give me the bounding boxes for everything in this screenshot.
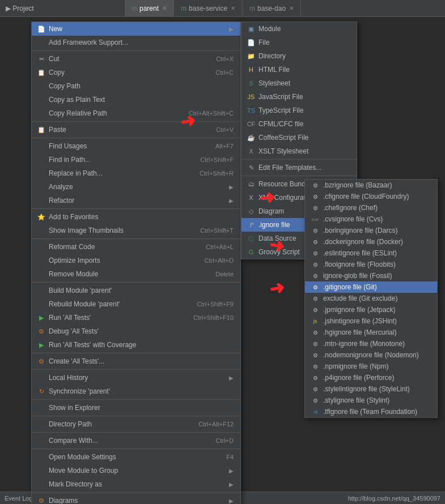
menu-item-copy-relative[interactable]: Copy Relative Path Ctrl+Alt+Shift+C — [32, 106, 240, 120]
ignore-darcs[interactable]: ⚙ .boringignore file (Darcs) — [305, 225, 437, 236]
ignore-cf[interactable]: ⚙ .cfignore file (CloudFoundry) — [305, 191, 437, 202]
compare-with-icon — [36, 435, 46, 446]
add-framework-icon — [36, 37, 46, 48]
menu-item-add-favorites-label: Add to Favorites — [49, 213, 234, 221]
html-icon: H — [246, 65, 256, 75]
ignore-nodemon-label: .nodemonignore file (Nodemon) — [323, 351, 419, 359]
menu-item-refactor[interactable]: Refactor ▶ — [32, 194, 240, 207]
menu-item-build-module-label: Build Module 'parent' — [49, 287, 234, 294]
ignore-stylint[interactable]: ⚙ .stylignore file (Stylint) — [305, 395, 437, 406]
menu-item-run-tests[interactable]: ▶ Run 'All Tests' Ctrl+Shift+F10 — [32, 311, 240, 324]
tab-base-service[interactable]: m base-service ✕ — [174, 0, 243, 16]
menu-item-run-coverage[interactable]: ▶ Run 'All Tests' with Coverage — [32, 338, 240, 352]
ignore-mercurial[interactable]: ⚙ .hgignore file (Mercurial) — [305, 327, 437, 338]
menu-item-copy-plain[interactable]: Copy as Plain Text — [32, 93, 240, 106]
ignore-floobits[interactable]: ⚙ .flooignore file (Floobits) — [305, 259, 437, 270]
menu-item-add-favorites[interactable]: ⭐ Add to Favorites — [32, 210, 240, 224]
submenu-new-xslt[interactable]: X XSLT Stylesheet — [241, 144, 357, 158]
cut-icon: ✂ — [36, 54, 46, 64]
submenu-new-directory-label: Directory — [258, 52, 350, 60]
menu-item-add-framework[interactable]: Add Framework Support... — [32, 36, 240, 49]
ignore-eslint[interactable]: ⚙ .eslintignore file (ESLint) — [305, 247, 437, 259]
ignore-cvs[interactable]: cvs .cvsignore file (Cvs) — [305, 213, 437, 225]
diagram-icon: ◇ — [246, 206, 256, 216]
ignore-fossil[interactable]: ⚙ ignore-glob file (Fossil) — [305, 270, 437, 281]
menu-item-open-module-settings[interactable]: Open Module Settings F4 — [32, 450, 240, 464]
directory-path-icon — [36, 419, 46, 429]
submenu-new-module[interactable]: ▣ Module — [241, 22, 357, 36]
ignore-docker[interactable]: ⚙ .dockerignore file (Docker) — [305, 236, 437, 247]
submenu-new-cfml[interactable]: CF CFML/CFC file — [241, 117, 357, 131]
tab-base-dao[interactable]: m base-dao ✕ — [243, 0, 301, 16]
menu-item-optimize-imports-label: Optimize Imports — [49, 257, 193, 264]
ignore-stylelint[interactable]: ⚙ .stylelintignore file (StyleLint) — [305, 383, 437, 395]
tab-base-dao-close[interactable]: ✕ — [289, 5, 294, 11]
debug-tests-icon: ⚙ — [36, 326, 46, 336]
menu-item-paste[interactable]: 📋 Paste Ctrl+V — [32, 123, 240, 136]
ignore-git[interactable]: ⚙ .gitignore file (Git) — [305, 281, 437, 293]
menu-item-copy-path[interactable]: Copy Path — [32, 79, 240, 93]
menu-item-copy-plain-label: Copy as Plain Text — [49, 96, 234, 104]
remove-module-shortcut: Delete — [215, 271, 234, 277]
create-tests-icon: ⚙ — [36, 356, 46, 366]
submenu-new-coffeescript[interactable]: ☕ CoffeeScript File — [241, 131, 357, 144]
local-history-icon — [36, 373, 46, 383]
ignore-bzr-label: .bzrignore file (Bazaar) — [323, 181, 392, 189]
submenu-new-stylesheet[interactable]: S Stylesheet — [241, 76, 357, 90]
menu-item-debug-tests[interactable]: ⚙ Debug 'All Tests' — [32, 324, 240, 338]
menu-item-mark-directory[interactable]: Mark Directory as ▶ — [32, 477, 240, 491]
project-label: Project — [12, 5, 33, 12]
menu-item-find-in-path[interactable]: Find in Path... Ctrl+Shift+F — [32, 153, 240, 166]
ignore-bzr[interactable]: ⚙ .bzrignore file (Bazaar) — [305, 180, 437, 191]
menu-item-copy[interactable]: 📋 Copy Ctrl+C — [32, 66, 240, 79]
menu-item-build-module[interactable]: Build Module 'parent' — [32, 284, 240, 297]
typescript-icon: TS — [246, 105, 256, 116]
submenu-new-stylesheet-label: Stylesheet — [258, 79, 350, 87]
menu-item-rebuild-module[interactable]: Rebuild Module 'parent' Ctrl+Shift+F9 — [32, 297, 240, 311]
ignore-git-exclude[interactable]: ⚙ exclude file (Git exclude) — [305, 293, 437, 304]
menu-item-optimize-imports[interactable]: Optimize Imports Ctrl+Alt+O — [32, 254, 240, 267]
ignore-tfvc[interactable]: ⊲ .tfignore file (Team Foundation) — [305, 406, 437, 417]
tab-base-service-close[interactable]: ✕ — [231, 5, 235, 11]
menu-item-new[interactable]: 📄 New ▶ — [32, 22, 240, 36]
ignore-git-exclude-label: exclude file (Git exclude) — [323, 294, 397, 302]
submenu-new-typescript[interactable]: TS TypeScript File — [241, 104, 357, 117]
menu-item-find-usages[interactable]: Find Usages Alt+F7 — [32, 139, 240, 153]
submenu-new-edit-templates[interactable]: ✎ Edit File Templates... — [241, 161, 357, 174]
fossil-icon: ⚙ — [311, 271, 320, 280]
ignore-chef[interactable]: ⚙ .chefignore (Chef) — [305, 202, 437, 213]
menu-item-reformat[interactable]: Reformat Code Ctrl+Alt+L — [32, 240, 240, 254]
javascript-icon: JS — [246, 92, 256, 102]
ignore-git-label: .gitignore file (Git) — [323, 283, 377, 291]
ignore-monotone[interactable]: ⚙ .mtn-ignore file (Monotone) — [305, 338, 437, 349]
menu-item-analyze[interactable]: Analyze ▶ — [32, 180, 240, 194]
tab-parent[interactable]: m parent ✕ — [125, 0, 174, 16]
event-log-label[interactable]: Event Log — [5, 495, 33, 502]
menu-item-move-module[interactable]: Move Module to Group ▶ — [32, 464, 240, 477]
submenu-new-file[interactable]: 📄 File — [241, 36, 357, 49]
ignore-jshint[interactable]: js .jshintignore file (JSHint) — [305, 315, 437, 327]
menu-item-replace-in-path-label: Replace in Path... — [49, 169, 188, 177]
submenu-new-html[interactable]: H HTML File — [241, 63, 357, 76]
menu-item-create-tests[interactable]: ⚙ Create 'All Tests'... — [32, 354, 240, 368]
ignore-nodemon[interactable]: ⚙ .nodemonignore file (Nodemon) — [305, 349, 437, 361]
menu-item-cut[interactable]: ✂ Cut Ctrl+X — [32, 52, 240, 66]
menu-item-show-explorer[interactable]: Show in Explorer — [32, 401, 240, 415]
menu-item-diagrams[interactable]: ⚙ Diagrams ▶ — [32, 494, 240, 504]
menu-item-directory-path[interactable]: Directory Path Ctrl+Alt+F12 — [32, 417, 240, 431]
submenu-new-directory[interactable]: 📁 Directory — [241, 49, 357, 63]
menu-item-replace-in-path[interactable]: Replace in Path... Ctrl+Shift+R — [32, 166, 240, 180]
ignore-jetpack[interactable]: ⚙ .jpmignore file (Jetpack) — [305, 304, 437, 315]
menu-item-remove-module[interactable]: Remove Module Delete — [32, 267, 240, 281]
menu-item-synchronize[interactable]: ↻ Synchronize 'parent' — [32, 385, 240, 398]
menu-item-show-thumbnails[interactable]: Show Image Thumbnails Ctrl+Shift+T — [32, 224, 240, 237]
folder-icon: 📁 — [246, 51, 256, 61]
ignore-perforce[interactable]: ⚙ .p4ignore file (Perforce) — [305, 372, 437, 383]
menu-item-compare-with[interactable]: Compare With... Ctrl+D — [32, 434, 240, 447]
tab-parent-close[interactable]: ✕ — [162, 5, 167, 11]
menu-item-local-history[interactable]: Local History ▶ — [32, 371, 240, 385]
ignore-npm[interactable]: ⚙ .npmignore file (Npm) — [305, 361, 437, 372]
menu-item-analyze-label: Analyze — [49, 183, 224, 191]
submenu-new-javascript[interactable]: JS JavaScript File — [241, 90, 357, 104]
local-history-arrow-icon: ▶ — [229, 375, 234, 381]
